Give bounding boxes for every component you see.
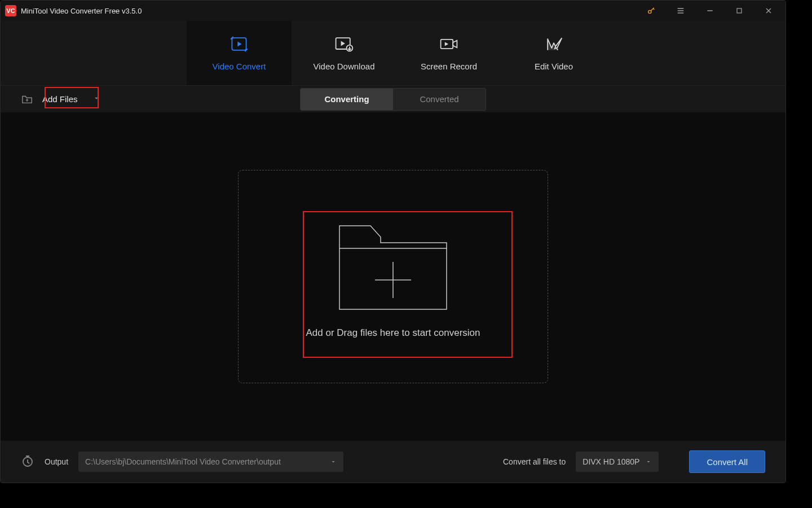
tab-label: Video Download	[314, 62, 375, 71]
convert-icon	[229, 36, 249, 52]
drop-zone-inner: Add or Drag files here to start conversi…	[306, 214, 480, 339]
svg-marker-5	[341, 41, 345, 46]
convert-all-button[interactable]: Convert All	[689, 450, 765, 473]
menu-icon[interactable]	[668, 1, 693, 21]
feature-tabs: Video Convert Video Download Screen Reco…	[1, 21, 785, 85]
svg-point-0	[648, 10, 651, 13]
record-icon	[439, 36, 459, 52]
svg-rect-1	[737, 8, 742, 13]
close-button[interactable]	[756, 1, 781, 21]
bottom-bar: Output C:\Users\bj\Documents\MiniTool Vi…	[1, 441, 785, 483]
titlebar: VC MiniTool Video Converter Free v3.5.0	[1, 1, 785, 21]
tab-converting[interactable]: Converting	[301, 89, 393, 110]
tab-label: Screen Record	[421, 62, 477, 71]
maximize-button[interactable]	[727, 1, 752, 21]
folder-add-icon	[334, 214, 452, 310]
add-files-dropdown[interactable]	[92, 94, 100, 104]
tab-converted[interactable]: Converted	[393, 89, 486, 110]
minimize-button[interactable]	[698, 1, 722, 21]
tab-edit-video[interactable]: Edit Video	[501, 21, 606, 85]
convert-all-files-to-label: Convert all files to	[503, 457, 566, 466]
tab-video-convert[interactable]: Video Convert	[187, 21, 292, 85]
drop-zone[interactable]: Add or Drag files here to start conversi…	[238, 170, 548, 383]
drop-zone-text: Add or Drag files here to start conversi…	[306, 327, 480, 339]
svg-marker-8	[445, 42, 448, 46]
add-folder-icon[interactable]	[21, 94, 33, 105]
output-path-select[interactable]: C:\Users\bj\Documents\MiniTool Video Con…	[78, 452, 343, 472]
edit-icon	[544, 36, 564, 52]
output-format-value: DIVX HD 1080P	[582, 457, 639, 466]
download-icon	[334, 36, 354, 52]
app-logo-icon: VC	[5, 5, 16, 16]
chevron-down-icon	[330, 458, 337, 465]
content-area: Add or Drag files here to start conversi…	[1, 112, 785, 441]
tab-label: Video Convert	[213, 62, 266, 71]
upgrade-key-icon[interactable]	[639, 1, 664, 21]
app-title: MiniTool Video Converter Free v3.5.0	[21, 7, 142, 15]
status-tabs: Converting Converted	[300, 88, 486, 111]
history-icon[interactable]	[21, 454, 34, 470]
output-label: Output	[45, 457, 68, 466]
app-window: VC MiniTool Video Converter Free v3.5.0	[0, 0, 786, 483]
add-files-button[interactable]: Add Files	[37, 91, 83, 107]
tab-screen-record[interactable]: Screen Record	[396, 21, 501, 85]
output-format-select[interactable]: DIVX HD 1080P	[576, 452, 659, 472]
tab-label: Edit Video	[535, 62, 573, 71]
output-path-value: C:\Users\bj\Documents\MiniTool Video Con…	[85, 457, 281, 466]
chevron-down-icon	[645, 458, 652, 465]
add-files-bar: Add Files Converting Converted	[1, 85, 785, 112]
svg-marker-3	[237, 41, 241, 46]
tab-video-download[interactable]: Video Download	[292, 21, 396, 85]
